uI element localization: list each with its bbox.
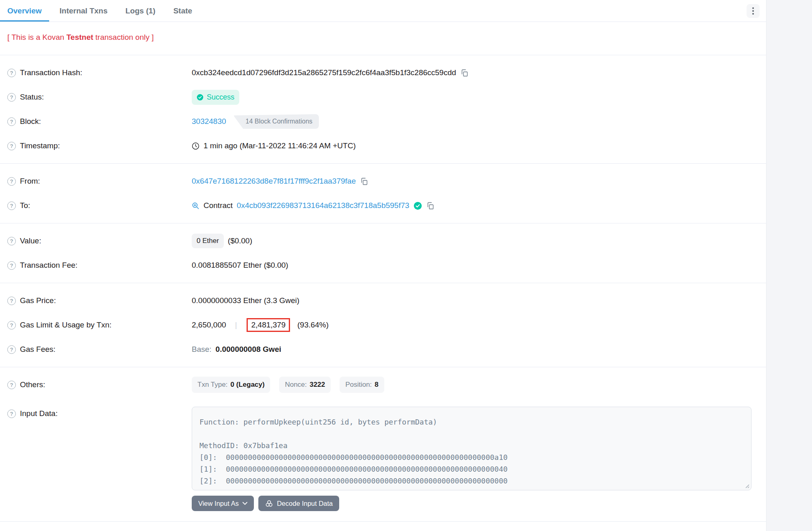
to-contract-label: Contract xyxy=(204,201,233,210)
help-icon[interactable]: ? xyxy=(7,142,16,150)
block-label: Block: xyxy=(20,117,41,126)
section-identification: ? Transaction Hash: 0xcb324eedcd1d07296f… xyxy=(0,55,766,163)
help-icon[interactable]: ? xyxy=(7,297,16,305)
position-chip: Position: 8 xyxy=(340,377,384,393)
status-row: ? Status: Success xyxy=(0,85,766,109)
nonce-chip: Nonce: 3222 xyxy=(279,377,331,393)
tab-state[interactable]: State xyxy=(166,0,199,22)
value-usd: ($0.00) xyxy=(228,236,252,245)
gas-used-percent: (93.64%) xyxy=(297,321,329,329)
gas-price-row: ? Gas Price: 0.0000000033 Ether (3.3 Gwe… xyxy=(0,288,766,313)
tab-logs-label: Logs (1) xyxy=(126,7,156,15)
from-label: From: xyxy=(20,177,40,186)
kebab-icon xyxy=(752,7,754,9)
from-row: ? From: 0x647e7168122263d8e7f81f17fff9c2… xyxy=(0,169,766,193)
help-icon[interactable]: ? xyxy=(7,261,16,270)
testnet-warning-prefix: [ This is a Kovan xyxy=(7,33,66,41)
section-others: ? Others: Txn Type: 0 (Legacy) Nonce: 32… xyxy=(0,367,766,516)
help-icon[interactable]: ? xyxy=(7,321,16,329)
help-icon[interactable]: ? xyxy=(7,177,16,186)
more-options-button[interactable] xyxy=(747,4,760,18)
position-chip-value: 8 xyxy=(375,381,378,389)
transaction-overview-card: Overview Internal Txns Logs (1) State [ … xyxy=(0,0,767,531)
transaction-fee-value: 0.0081885507 Ether ($0.00) xyxy=(192,261,288,270)
status-badge: Success xyxy=(192,90,239,105)
nonce-chip-label: Nonce: xyxy=(285,381,307,389)
block-row: ? Block: 30324830 14 Block Confirmations xyxy=(0,109,766,134)
gas-fees-base-value: 0.000000008 Gwei xyxy=(216,345,281,354)
help-icon[interactable]: ? xyxy=(7,237,16,245)
testnet-warning: [ This is a Kovan Testnet transaction on… xyxy=(0,22,766,55)
chevron-down-icon xyxy=(243,502,247,505)
spacer xyxy=(0,516,766,521)
status-value: Success xyxy=(207,93,234,102)
view-input-as-label: View Input As xyxy=(198,500,239,507)
input-data-label: Input Data: xyxy=(20,409,58,418)
decode-icon xyxy=(265,499,273,508)
txn-type-chip: Txn Type: 0 (Legacy) xyxy=(192,377,270,393)
tab-bar: Overview Internal Txns Logs (1) State xyxy=(0,0,766,22)
copy-icon[interactable] xyxy=(360,177,368,186)
section-parties: ? From: 0x647e7168122263d8e7f81f17fff9c2… xyxy=(0,164,766,223)
gas-price-value: 0.0000000033 Ether (3.3 Gwei) xyxy=(192,296,299,305)
txn-type-chip-value: 0 (Legacy) xyxy=(230,381,264,389)
check-circle-icon xyxy=(197,94,204,101)
block-number-link[interactable]: 30324830 xyxy=(192,117,226,126)
timestamp-value: 1 min ago (Mar-11-2022 11:46:24 AM +UTC) xyxy=(204,141,356,150)
gas-limit-usage-row: ? Gas Limit & Usage by Txn: 2,650,000 | … xyxy=(0,313,766,337)
testnet-warning-bold: Testnet xyxy=(66,33,93,41)
timestamp-label: Timestamp: xyxy=(20,141,60,150)
input-data-text: Function: performUpkeep(uint256 id, byte… xyxy=(199,416,744,487)
to-address-link[interactable]: 0x4cb093f226983713164a62138c3f718a5b595f… xyxy=(237,201,409,210)
zoom-in-icon[interactable] xyxy=(192,202,199,210)
tab-internal-txns[interactable]: Internal Txns xyxy=(52,0,115,22)
divider xyxy=(0,521,766,522)
value-row: ? Value: 0 Ether ($0.00) xyxy=(0,229,766,253)
transaction-hash-value: 0xcb324eedcd1d07296fdf3d215a2865275f159c… xyxy=(192,68,456,77)
ether-value-badge: 0 Ether xyxy=(192,234,224,248)
input-data-actions: View Input As Decode Input Data xyxy=(192,496,751,511)
gas-fees-label: Gas Fees: xyxy=(20,345,56,354)
help-icon[interactable]: ? xyxy=(7,410,16,418)
gas-price-label: Gas Price: xyxy=(20,296,56,305)
tab-overview[interactable]: Overview xyxy=(0,0,49,22)
timestamp-row: ? Timestamp: 1 min ago (Mar-11-2022 11:4… xyxy=(0,134,766,158)
transaction-hash-label: Transaction Hash: xyxy=(20,68,82,77)
help-icon[interactable]: ? xyxy=(7,117,16,126)
value-label: Value: xyxy=(20,236,41,245)
transaction-fee-label: Transaction Fee: xyxy=(20,261,78,270)
verified-check-icon xyxy=(414,202,422,210)
help-icon[interactable]: ? xyxy=(7,381,16,389)
view-input-as-button[interactable]: View Input As xyxy=(192,496,254,511)
txn-type-chip-label: Txn Type: xyxy=(197,381,227,389)
gas-limit-usage-label: Gas Limit & Usage by Txn: xyxy=(20,321,112,329)
transaction-fee-row: ? Transaction Fee: 0.0081885507 Ether ($… xyxy=(0,253,766,277)
help-icon[interactable]: ? xyxy=(7,93,16,102)
help-icon[interactable]: ? xyxy=(7,345,16,354)
separator: | xyxy=(235,321,237,329)
copy-icon[interactable] xyxy=(460,69,469,77)
nonce-chip-value: 3222 xyxy=(310,381,325,389)
help-icon[interactable]: ? xyxy=(7,202,16,210)
tab-logs[interactable]: Logs (1) xyxy=(118,0,163,22)
to-row: ? To: Contract 0x4cb093f226983713164a621… xyxy=(0,193,766,218)
section-value: ? Value: 0 Ether ($0.00) ? Transaction F… xyxy=(0,223,766,283)
input-data-textarea[interactable]: Function: performUpkeep(uint256 id, byte… xyxy=(192,407,751,490)
status-label: Status: xyxy=(20,93,44,102)
others-row: ? Others: Txn Type: 0 (Legacy) Nonce: 32… xyxy=(0,373,766,397)
gas-fees-row: ? Gas Fees: Base: 0.000000008 Gwei xyxy=(0,337,766,362)
gas-limit-value: 2,650,000 xyxy=(192,321,226,329)
testnet-warning-suffix: transaction only ] xyxy=(93,33,154,41)
transaction-hash-row: ? Transaction Hash: 0xcb324eedcd1d07296f… xyxy=(0,61,766,85)
help-icon[interactable]: ? xyxy=(7,69,16,77)
decode-input-data-button[interactable]: Decode Input Data xyxy=(258,496,340,511)
resize-handle[interactable] xyxy=(744,483,749,488)
tab-internal-txns-label: Internal Txns xyxy=(60,7,108,15)
from-address-link[interactable]: 0x647e7168122263d8e7f81f17fff9c2f1aa379f… xyxy=(192,177,356,186)
copy-icon[interactable] xyxy=(426,202,435,210)
block-confirmations-badge: 14 Block Confirmations xyxy=(234,114,319,129)
decode-input-data-label: Decode Input Data xyxy=(277,500,333,507)
gas-fees-base-label: Base: xyxy=(192,345,212,354)
section-gas: ? Gas Price: 0.0000000033 Ether (3.3 Gwe… xyxy=(0,283,766,367)
input-data-row: ? Input Data: Function: performUpkeep(ui… xyxy=(0,397,766,511)
